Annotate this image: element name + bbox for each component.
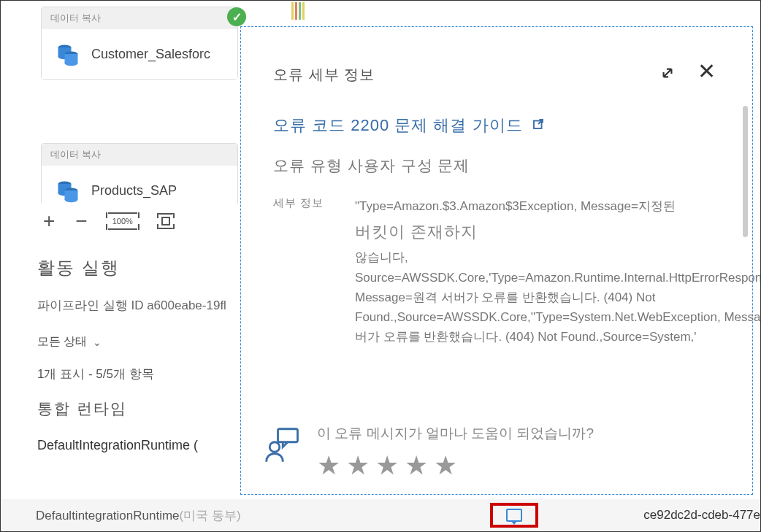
bottom-bar: DefaultintegrationRuntime(미국 동부) ce92dc2… <box>1 499 760 531</box>
success-badge-icon <box>227 7 246 26</box>
panel-title: 오류 세부 정보 <box>273 65 375 85</box>
external-link-icon <box>532 117 545 134</box>
svg-point-5 <box>65 61 78 66</box>
runtime-name: DefaultIntegrationRuntime ( <box>37 438 256 453</box>
rating-stars: ★ ★ ★ ★ ★ <box>317 450 594 481</box>
activity-runs-title: 활동 실행 <box>37 256 256 280</box>
timeline-marks <box>291 2 305 20</box>
report-error-highlight <box>490 503 538 528</box>
feedback-question: 이 오류 메시지가 얼마나 도움이 되었습니까? <box>317 424 594 443</box>
error-details-panel: 오류 세부 정보 ✕ 오류 코드 2200 문제 해결 가이드 오류 유형 사용… <box>240 26 753 495</box>
zoom-in-button[interactable]: + <box>43 211 55 231</box>
star-1[interactable]: ★ <box>317 450 340 481</box>
canvas-toolbar: + − 100% <box>43 205 174 237</box>
star-4[interactable]: ★ <box>405 450 428 481</box>
expand-icon[interactable] <box>658 63 677 85</box>
activity-box-customer[interactable]: 데이터 복사 Customer_Salesforc <box>41 7 238 80</box>
pipeline-run-id: 파이프라인 실행 ID a600eabe-19fl <box>37 297 256 314</box>
feedback-section: 이 오류 메시지가 얼마나 도움이 되었습니까? ★ ★ ★ ★ ★ <box>261 424 594 481</box>
pipeline-canvas: 데이터 복사 Customer_Salesforc 데이터 복사 <box>1 1 249 205</box>
chat-icon[interactable] <box>506 509 522 522</box>
chevron-down-icon: ⌄ <box>93 336 102 348</box>
fullscreen-button[interactable] <box>158 213 174 229</box>
activity-runs-section: 활동 실행 파이프라인 실행 ID a600eabe-19fl 모든 상태 ⌄ … <box>37 256 256 453</box>
database-icon <box>55 41 81 67</box>
troubleshoot-link[interactable]: 오류 코드 2200 문제 해결 가이드 <box>273 115 720 136</box>
activity-name: Products_SAP <box>91 183 177 198</box>
activity-type-label: 데이터 복사 <box>42 7 237 29</box>
star-2[interactable]: ★ <box>346 450 370 481</box>
database-icon <box>55 177 81 204</box>
person-chat-icon <box>261 424 301 463</box>
svg-point-11 <box>65 197 78 202</box>
activity-name: Customer_Salesforc <box>91 47 210 62</box>
status-filter-dropdown[interactable]: 모든 상태 ⌄ <box>37 334 256 350</box>
activity-type-label: 데이터 복사 <box>42 144 237 166</box>
details-label: 세부 정보 <box>273 196 333 347</box>
bottom-runtime-label: DefaultintegrationRuntime(미국 동부) <box>36 507 241 524</box>
activity-run-guid: ce92dc2d-cdeb-477e <box>643 508 760 523</box>
item-count: 1개 표시 - 5/5개 항목 <box>37 366 256 382</box>
runtime-section-title: 통합 런타임 <box>37 398 256 419</box>
activity-box-products[interactable]: 데이터 복사 Products_SAP <box>41 143 238 205</box>
zoom-fit-button[interactable]: 100% <box>108 212 137 230</box>
error-details-content: "Type=Amazon.$3.Amazon$3Exception, Messa… <box>355 196 761 347</box>
scrollbar[interactable] <box>743 106 748 237</box>
close-icon[interactable]: ✕ <box>697 63 716 85</box>
star-3[interactable]: ★ <box>375 450 399 481</box>
svg-point-13 <box>269 442 280 452</box>
svg-rect-14 <box>278 429 298 442</box>
zoom-out-button[interactable]: − <box>75 211 87 231</box>
error-type: 오류 유형 사용자 구성 문제 <box>273 155 720 176</box>
star-5[interactable]: ★ <box>434 450 457 481</box>
